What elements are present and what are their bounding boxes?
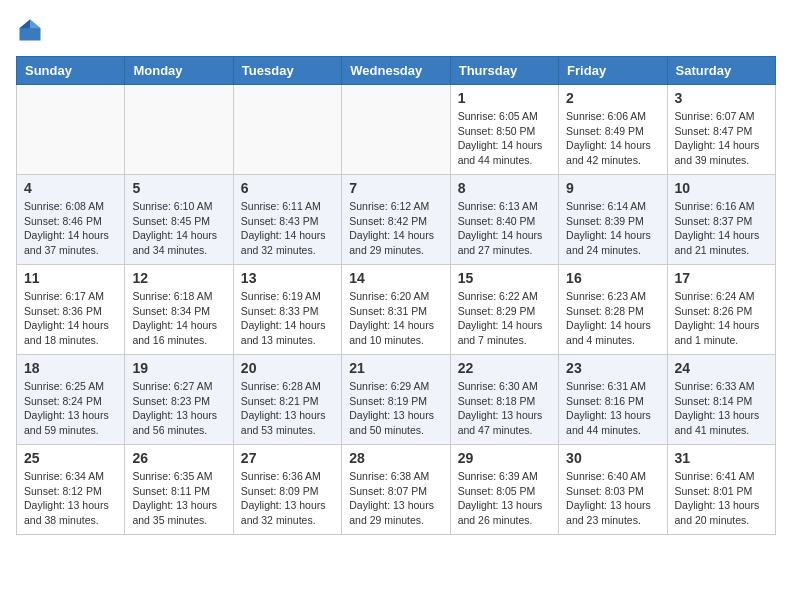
calendar-day-cell: 10Sunrise: 6:16 AM Sunset: 8:37 PM Dayli…	[667, 175, 775, 265]
day-info: Sunrise: 6:24 AM Sunset: 8:26 PM Dayligh…	[675, 289, 768, 348]
svg-marker-1	[30, 20, 41, 29]
day-number: 5	[132, 180, 225, 196]
weekday-header-saturday: Saturday	[667, 57, 775, 85]
calendar-day-cell: 19Sunrise: 6:27 AM Sunset: 8:23 PM Dayli…	[125, 355, 233, 445]
day-number: 25	[24, 450, 117, 466]
weekday-header-row: SundayMondayTuesdayWednesdayThursdayFrid…	[17, 57, 776, 85]
svg-marker-2	[20, 20, 31, 29]
day-number: 30	[566, 450, 659, 466]
day-info: Sunrise: 6:34 AM Sunset: 8:12 PM Dayligh…	[24, 469, 117, 528]
day-number: 23	[566, 360, 659, 376]
day-info: Sunrise: 6:14 AM Sunset: 8:39 PM Dayligh…	[566, 199, 659, 258]
day-info: Sunrise: 6:40 AM Sunset: 8:03 PM Dayligh…	[566, 469, 659, 528]
calendar-week-row: 11Sunrise: 6:17 AM Sunset: 8:36 PM Dayli…	[17, 265, 776, 355]
day-number: 22	[458, 360, 551, 376]
calendar-day-cell: 31Sunrise: 6:41 AM Sunset: 8:01 PM Dayli…	[667, 445, 775, 535]
calendar-day-cell: 6Sunrise: 6:11 AM Sunset: 8:43 PM Daylig…	[233, 175, 341, 265]
day-number: 2	[566, 90, 659, 106]
calendar-day-cell: 14Sunrise: 6:20 AM Sunset: 8:31 PM Dayli…	[342, 265, 450, 355]
calendar-day-cell: 22Sunrise: 6:30 AM Sunset: 8:18 PM Dayli…	[450, 355, 558, 445]
day-info: Sunrise: 6:06 AM Sunset: 8:49 PM Dayligh…	[566, 109, 659, 168]
day-number: 4	[24, 180, 117, 196]
day-info: Sunrise: 6:16 AM Sunset: 8:37 PM Dayligh…	[675, 199, 768, 258]
calendar-day-cell: 24Sunrise: 6:33 AM Sunset: 8:14 PM Dayli…	[667, 355, 775, 445]
day-number: 17	[675, 270, 768, 286]
day-info: Sunrise: 6:13 AM Sunset: 8:40 PM Dayligh…	[458, 199, 551, 258]
calendar-day-cell: 5Sunrise: 6:10 AM Sunset: 8:45 PM Daylig…	[125, 175, 233, 265]
day-info: Sunrise: 6:18 AM Sunset: 8:34 PM Dayligh…	[132, 289, 225, 348]
weekday-header-thursday: Thursday	[450, 57, 558, 85]
day-info: Sunrise: 6:07 AM Sunset: 8:47 PM Dayligh…	[675, 109, 768, 168]
calendar-body: 1Sunrise: 6:05 AM Sunset: 8:50 PM Daylig…	[17, 85, 776, 535]
day-info: Sunrise: 6:33 AM Sunset: 8:14 PM Dayligh…	[675, 379, 768, 438]
calendar-table: SundayMondayTuesdayWednesdayThursdayFrid…	[16, 56, 776, 535]
calendar-day-cell: 16Sunrise: 6:23 AM Sunset: 8:28 PM Dayli…	[559, 265, 667, 355]
day-number: 24	[675, 360, 768, 376]
calendar-day-cell	[342, 85, 450, 175]
weekday-header-tuesday: Tuesday	[233, 57, 341, 85]
day-number: 6	[241, 180, 334, 196]
day-info: Sunrise: 6:19 AM Sunset: 8:33 PM Dayligh…	[241, 289, 334, 348]
day-number: 16	[566, 270, 659, 286]
day-number: 9	[566, 180, 659, 196]
calendar-day-cell: 15Sunrise: 6:22 AM Sunset: 8:29 PM Dayli…	[450, 265, 558, 355]
day-number: 18	[24, 360, 117, 376]
calendar-day-cell: 21Sunrise: 6:29 AM Sunset: 8:19 PM Dayli…	[342, 355, 450, 445]
day-number: 26	[132, 450, 225, 466]
calendar-day-cell: 17Sunrise: 6:24 AM Sunset: 8:26 PM Dayli…	[667, 265, 775, 355]
calendar-day-cell: 1Sunrise: 6:05 AM Sunset: 8:50 PM Daylig…	[450, 85, 558, 175]
day-info: Sunrise: 6:23 AM Sunset: 8:28 PM Dayligh…	[566, 289, 659, 348]
day-info: Sunrise: 6:31 AM Sunset: 8:16 PM Dayligh…	[566, 379, 659, 438]
day-info: Sunrise: 6:41 AM Sunset: 8:01 PM Dayligh…	[675, 469, 768, 528]
day-info: Sunrise: 6:10 AM Sunset: 8:45 PM Dayligh…	[132, 199, 225, 258]
calendar-day-cell: 28Sunrise: 6:38 AM Sunset: 8:07 PM Dayli…	[342, 445, 450, 535]
day-info: Sunrise: 6:20 AM Sunset: 8:31 PM Dayligh…	[349, 289, 442, 348]
calendar-day-cell: 8Sunrise: 6:13 AM Sunset: 8:40 PM Daylig…	[450, 175, 558, 265]
day-number: 19	[132, 360, 225, 376]
calendar-day-cell	[125, 85, 233, 175]
calendar-day-cell: 11Sunrise: 6:17 AM Sunset: 8:36 PM Dayli…	[17, 265, 125, 355]
day-number: 12	[132, 270, 225, 286]
calendar-day-cell: 9Sunrise: 6:14 AM Sunset: 8:39 PM Daylig…	[559, 175, 667, 265]
calendar-week-row: 4Sunrise: 6:08 AM Sunset: 8:46 PM Daylig…	[17, 175, 776, 265]
day-number: 10	[675, 180, 768, 196]
day-info: Sunrise: 6:29 AM Sunset: 8:19 PM Dayligh…	[349, 379, 442, 438]
calendar-day-cell	[17, 85, 125, 175]
day-number: 15	[458, 270, 551, 286]
day-info: Sunrise: 6:38 AM Sunset: 8:07 PM Dayligh…	[349, 469, 442, 528]
calendar-day-cell: 12Sunrise: 6:18 AM Sunset: 8:34 PM Dayli…	[125, 265, 233, 355]
day-info: Sunrise: 6:11 AM Sunset: 8:43 PM Dayligh…	[241, 199, 334, 258]
page-header	[16, 16, 776, 44]
day-info: Sunrise: 6:30 AM Sunset: 8:18 PM Dayligh…	[458, 379, 551, 438]
day-number: 29	[458, 450, 551, 466]
day-info: Sunrise: 6:12 AM Sunset: 8:42 PM Dayligh…	[349, 199, 442, 258]
calendar-day-cell: 18Sunrise: 6:25 AM Sunset: 8:24 PM Dayli…	[17, 355, 125, 445]
weekday-header-sunday: Sunday	[17, 57, 125, 85]
day-number: 3	[675, 90, 768, 106]
day-info: Sunrise: 6:28 AM Sunset: 8:21 PM Dayligh…	[241, 379, 334, 438]
calendar-day-cell: 30Sunrise: 6:40 AM Sunset: 8:03 PM Dayli…	[559, 445, 667, 535]
day-info: Sunrise: 6:39 AM Sunset: 8:05 PM Dayligh…	[458, 469, 551, 528]
calendar-day-cell: 3Sunrise: 6:07 AM Sunset: 8:47 PM Daylig…	[667, 85, 775, 175]
weekday-header-wednesday: Wednesday	[342, 57, 450, 85]
day-number: 27	[241, 450, 334, 466]
day-number: 7	[349, 180, 442, 196]
day-info: Sunrise: 6:08 AM Sunset: 8:46 PM Dayligh…	[24, 199, 117, 258]
logo	[16, 16, 48, 44]
day-number: 21	[349, 360, 442, 376]
day-number: 8	[458, 180, 551, 196]
calendar-day-cell: 2Sunrise: 6:06 AM Sunset: 8:49 PM Daylig…	[559, 85, 667, 175]
weekday-header-friday: Friday	[559, 57, 667, 85]
day-number: 14	[349, 270, 442, 286]
calendar-week-row: 1Sunrise: 6:05 AM Sunset: 8:50 PM Daylig…	[17, 85, 776, 175]
calendar-day-cell: 29Sunrise: 6:39 AM Sunset: 8:05 PM Dayli…	[450, 445, 558, 535]
calendar-day-cell: 13Sunrise: 6:19 AM Sunset: 8:33 PM Dayli…	[233, 265, 341, 355]
logo-icon	[16, 16, 44, 44]
day-info: Sunrise: 6:17 AM Sunset: 8:36 PM Dayligh…	[24, 289, 117, 348]
day-number: 11	[24, 270, 117, 286]
calendar-day-cell: 7Sunrise: 6:12 AM Sunset: 8:42 PM Daylig…	[342, 175, 450, 265]
calendar-header: SundayMondayTuesdayWednesdayThursdayFrid…	[17, 57, 776, 85]
day-info: Sunrise: 6:27 AM Sunset: 8:23 PM Dayligh…	[132, 379, 225, 438]
day-number: 28	[349, 450, 442, 466]
calendar-day-cell: 23Sunrise: 6:31 AM Sunset: 8:16 PM Dayli…	[559, 355, 667, 445]
